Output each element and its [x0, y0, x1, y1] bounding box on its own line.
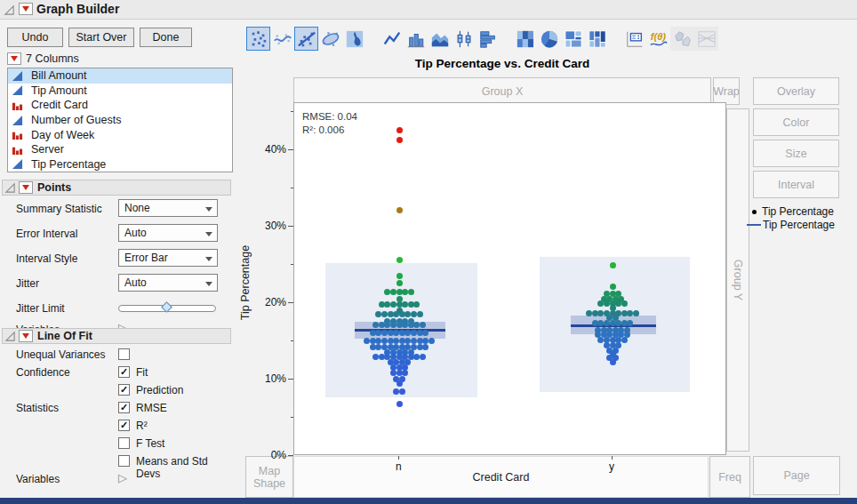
map-shape-drop-zone[interactable]: Map Shape	[245, 456, 293, 498]
checkbox-label: Prediction	[136, 384, 183, 396]
continuous-column-icon	[12, 84, 24, 96]
rmse-checkbox[interactable]: ✓	[118, 402, 130, 413]
column-item-tip-percentage[interactable]: Tip Percentage	[8, 156, 232, 172]
checkbox-label: F Test	[136, 437, 164, 450]
charttype-contour-button[interactable]	[342, 27, 366, 51]
jitter-select[interactable]: Auto	[118, 274, 218, 292]
means-and-std-devs-checkbox[interactable]	[118, 455, 130, 467]
select-value: Error Bar	[124, 252, 168, 264]
column-item-day-of-week[interactable]: Day of Week	[8, 127, 232, 142]
select-value: Auto	[124, 227, 147, 239]
prediction-checkbox[interactable]: ✓	[118, 384, 130, 396]
column-item-number-of-guests[interactable]: Number of Guests	[8, 113, 232, 128]
points-row: Jitter Limit	[0, 299, 233, 320]
unequal-variances-checkbox[interactable]	[118, 348, 130, 360]
data-point	[381, 338, 388, 344]
chevron-down-icon	[205, 207, 212, 212]
points-row-label: Summary Statistic	[16, 203, 102, 215]
row-side-label: Unequal Variances	[16, 348, 106, 361]
red-triangle-icon	[22, 6, 29, 12]
charttype-area-chart-button[interactable]	[428, 27, 452, 51]
start-over-button[interactable]: Start Over	[68, 28, 134, 47]
charttype-smoother-button[interactable]	[270, 27, 294, 51]
continuous-column-icon	[12, 70, 24, 82]
row-side-label: Variables	[16, 473, 60, 485]
error-interval-select[interactable]: Auto	[118, 224, 218, 242]
overlay-drop-zone[interactable]: Overlay	[753, 77, 839, 105]
points-section-header[interactable]: Points	[2, 180, 231, 196]
data-point	[399, 388, 405, 395]
charttype-formula-button[interactable]: f(θ)	[646, 27, 670, 51]
color-drop-zone[interactable]: Color	[753, 108, 839, 136]
data-point	[428, 338, 435, 344]
variables-disclosure-icon[interactable]: ▷	[118, 471, 127, 484]
window-header: Graph Builder	[0, 0, 857, 20]
charttype-pie-chart-button[interactable]	[537, 27, 561, 51]
line-of-fit-row: Means and Std Devs	[0, 453, 233, 471]
select-value: None	[124, 202, 150, 214]
charttype-treemap-button[interactable]	[561, 27, 585, 51]
collapse-triangle-icon[interactable]	[4, 182, 16, 194]
fit-checkbox[interactable]: ✓	[118, 366, 130, 378]
page-title: Graph Builder	[36, 2, 119, 16]
group-y-drop-zone[interactable]: Group Y	[726, 108, 749, 452]
points-section-title: Points	[37, 181, 71, 194]
interval-style-select[interactable]: Error Bar	[118, 249, 218, 267]
charttype-line-chart-button[interactable]	[380, 27, 404, 51]
column-label: Tip Amount	[31, 84, 87, 97]
line-of-fit-menu-button[interactable]	[19, 330, 33, 342]
page-drop-zone[interactable]: Page	[753, 456, 840, 495]
size-drop-zone[interactable]: Size	[753, 140, 839, 167]
column-item-credit-card[interactable]: Credit Card	[8, 98, 232, 113]
points-row-label: Jitter Limit	[16, 302, 65, 315]
columns-menu-button[interactable]	[7, 52, 21, 65]
red-triangle-icon	[11, 56, 18, 61]
charttype-bar-chart-button[interactable]	[404, 27, 428, 51]
column-label: Number of Guests	[31, 114, 121, 126]
charttype-histogram-button[interactable]	[476, 27, 500, 51]
summary-statistic-select[interactable]: None	[118, 199, 218, 217]
column-item-tip-amount[interactable]: Tip Amount	[8, 84, 232, 99]
charttype-mosaic-button[interactable]	[585, 27, 609, 51]
data-point	[621, 337, 628, 343]
nominal-column-icon	[12, 100, 24, 111]
charttype-box-plot-button[interactable]	[452, 27, 476, 51]
chevron-down-icon	[205, 257, 212, 261]
data-point	[610, 262, 616, 268]
interval-drop-zone[interactable]: Interval	[753, 171, 839, 198]
charttype-line-of-fit-button[interactable]	[294, 27, 318, 51]
data-point	[411, 330, 417, 336]
data-point	[396, 137, 403, 143]
line-of-fit-row: Confidence✓Fit	[0, 364, 233, 382]
wrap-drop-zone[interactable]: Wrap	[713, 77, 740, 105]
done-button[interactable]: Done	[140, 28, 192, 47]
points-menu-button[interactable]	[19, 181, 33, 194]
f-test-checkbox[interactable]	[118, 437, 130, 449]
column-item-server[interactable]: Server	[8, 142, 232, 157]
collapse-triangle-icon[interactable]	[4, 4, 15, 16]
collapse-triangle-icon[interactable]	[4, 331, 16, 342]
line-of-fit-section-header[interactable]: Line Of Fit	[2, 328, 231, 344]
freq-drop-zone[interactable]: Freq	[709, 456, 750, 498]
red-triangle-icon	[22, 333, 29, 339]
jitter-limit-slider[interactable]	[118, 305, 216, 312]
slider-thumb[interactable]	[161, 301, 172, 313]
column-item-bill-amount[interactable]: Bill Amount	[8, 68, 232, 84]
columns-count-label: 7 Columns	[26, 52, 79, 65]
y-tick-label: 20%	[256, 296, 286, 308]
charttype-ellipse-button[interactable]	[318, 27, 342, 51]
undo-button[interactable]: Undo	[7, 28, 63, 47]
legend-item-points: Tip Percentage	[749, 205, 834, 218]
group-x-drop-zone[interactable]: Group X	[293, 77, 711, 105]
charttype-heatmap-button[interactable]	[513, 27, 537, 51]
column-label: Day of Week	[31, 129, 94, 141]
r²-checkbox[interactable]: ✓	[118, 420, 130, 431]
data-point	[396, 273, 403, 279]
charttype-points-button[interactable]	[246, 27, 270, 51]
select-value: Auto	[124, 276, 147, 289]
data-point	[381, 311, 388, 317]
charttype-caption-box-button[interactable]	[622, 27, 646, 51]
plot-area[interactable]	[293, 102, 726, 455]
red-menu-button[interactable]	[19, 3, 33, 15]
graph-builder-window: Graph Builder Undo Start Over Done 7 Col…	[0, 0, 857, 504]
